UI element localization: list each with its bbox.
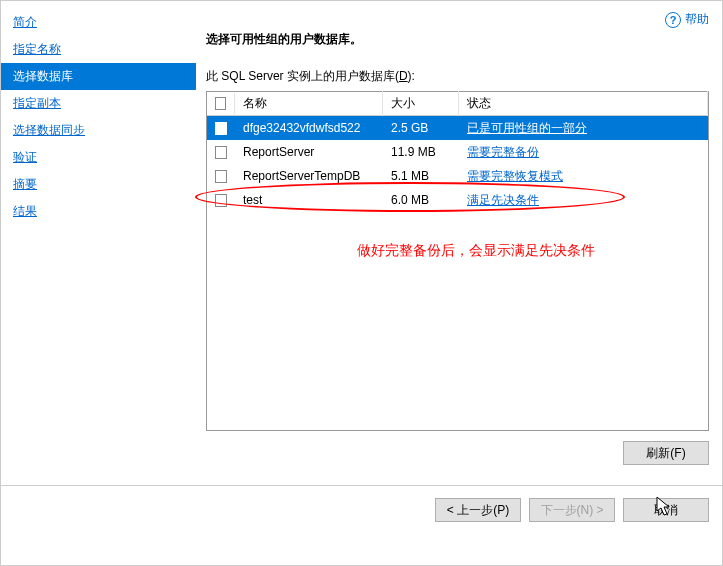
row-checkbox[interactable] (207, 190, 235, 211)
row-size: 6.0 MB (383, 189, 459, 211)
sidebar-item-summary[interactable]: 摘要 (1, 171, 196, 198)
sidebar-item-select-data-sync[interactable]: 选择数据同步 (1, 117, 196, 144)
table-row[interactable]: dfge32432vfdwfsd522 2.5 GB 已是可用性组的一部分 (207, 116, 708, 140)
row-status-link[interactable]: 需要完整备份 (467, 145, 539, 159)
row-name: test (235, 189, 383, 211)
refresh-button[interactable]: 刷新(F) (623, 441, 709, 465)
help-label: 帮助 (685, 11, 709, 28)
col-header-status[interactable]: 状态 (459, 91, 708, 116)
row-name: ReportServerTempDB (235, 165, 383, 187)
row-status-link[interactable]: 满足先决条件 (467, 193, 539, 207)
next-button: 下一步(N) > (529, 498, 615, 522)
checkbox-icon (215, 97, 226, 110)
row-name: dfge32432vfdwfsd522 (235, 117, 383, 139)
sidebar-item-select-database[interactable]: 选择数据库 (1, 63, 196, 90)
row-checkbox[interactable] (207, 118, 235, 139)
table-row[interactable]: ReportServer 11.9 MB 需要完整备份 (207, 140, 708, 164)
sidebar-item-specify-name[interactable]: 指定名称 (1, 36, 196, 63)
help-link[interactable]: ? 帮助 (665, 11, 709, 28)
subheading-prefix: 此 SQL Server 实例上的用户数据库( (206, 69, 399, 83)
row-checkbox[interactable] (207, 166, 235, 187)
col-header-name[interactable]: 名称 (235, 91, 383, 116)
wizard-sidebar: 简介 指定名称 选择数据库 指定副本 选择数据同步 验证 摘要 结果 (1, 1, 196, 485)
subheading-suffix: ): (408, 69, 415, 83)
cancel-button[interactable]: 取消 (623, 498, 709, 522)
col-checkbox-all[interactable] (207, 93, 235, 114)
checkbox-icon (215, 194, 227, 207)
page-subheading: 此 SQL Server 实例上的用户数据库(D): (206, 68, 709, 85)
row-checkbox[interactable] (207, 142, 235, 163)
checkbox-icon (215, 146, 227, 159)
table-row[interactable]: ReportServerTempDB 5.1 MB 需要完整恢复模式 (207, 164, 708, 188)
sidebar-item-validation[interactable]: 验证 (1, 144, 196, 171)
row-status-link[interactable]: 已是可用性组的一部分 (467, 121, 587, 135)
previous-button[interactable]: < 上一步(P) (435, 498, 521, 522)
main-panel: ? 帮助 选择可用性组的用户数据库。 此 SQL Server 实例上的用户数据… (196, 1, 723, 485)
checkbox-icon (215, 170, 227, 183)
annotation-text: 做好完整备份后，会显示满足先决条件 (357, 242, 595, 260)
sidebar-item-specify-replicas[interactable]: 指定副本 (1, 90, 196, 117)
row-status-link[interactable]: 需要完整恢复模式 (467, 169, 563, 183)
col-header-size[interactable]: 大小 (383, 91, 459, 116)
sidebar-item-results[interactable]: 结果 (1, 198, 196, 225)
subheading-hotkey: D (399, 69, 408, 83)
row-name: ReportServer (235, 141, 383, 163)
table-header: 名称 大小 状态 (207, 92, 708, 116)
database-table: 名称 大小 状态 dfge32432vfdwfsd522 2.5 GB 已是可用… (206, 91, 709, 431)
row-size: 2.5 GB (383, 117, 459, 139)
row-size: 5.1 MB (383, 165, 459, 187)
page-heading: 选择可用性组的用户数据库。 (206, 31, 709, 48)
help-icon: ? (665, 12, 681, 28)
sidebar-item-intro[interactable]: 简介 (1, 9, 196, 36)
table-row[interactable]: test 6.0 MB 满足先决条件 (207, 188, 708, 212)
checkbox-icon (215, 122, 227, 135)
row-size: 11.9 MB (383, 141, 459, 163)
wizard-footer: < 上一步(P) 下一步(N) > 取消 (1, 485, 723, 534)
